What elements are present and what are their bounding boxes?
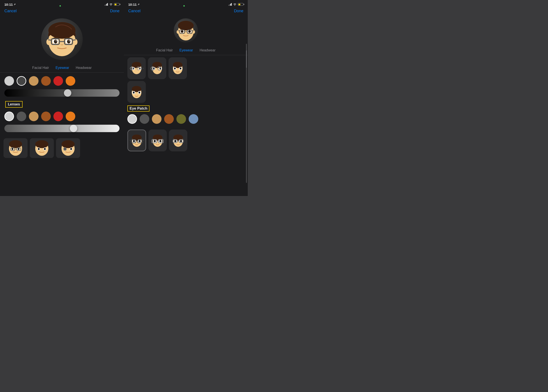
lens-color-tan[interactable] — [29, 112, 38, 121]
tab-facial-hair-right[interactable]: Facial Hair — [156, 48, 173, 52]
frame-color-row — [3, 76, 120, 86]
tab-facial-hair-left[interactable]: Facial Hair — [32, 66, 49, 70]
lenses-section: Lenses — [3, 99, 120, 112]
patch-color-brown[interactable] — [164, 114, 174, 124]
tab-headwear-right[interactable]: Headwear — [199, 48, 216, 52]
cancel-button-left[interactable]: Cancel — [4, 9, 17, 13]
svg-point-19 — [12, 148, 13, 150]
eyewear-row-2 — [124, 80, 248, 105]
eyewear-preview-round-thick — [148, 61, 166, 76]
avatar-circle-left — [41, 18, 83, 60]
eye-patch-preview-2 — [149, 133, 166, 148]
preview-avatar-3 — [59, 139, 77, 157]
patch-color-white[interactable] — [127, 114, 137, 124]
avatar-circle-right — [174, 18, 198, 42]
done-button-right[interactable]: Done — [234, 9, 243, 13]
svg-point-80 — [133, 140, 135, 142]
patch-color-olive[interactable] — [176, 114, 186, 124]
svg-point-96 — [174, 140, 176, 142]
memoji-avatar-right — [175, 20, 197, 41]
patch-color-steel-blue[interactable] — [189, 114, 198, 124]
eyewear-preview-round-thin — [128, 61, 145, 76]
category-tabs-left: Facial Hair Eyewear Headwear — [0, 63, 124, 73]
cancel-button-right[interactable]: Cancel — [128, 9, 141, 13]
left-phone-panel: 10:11 ↗ Cancel Done — [0, 0, 124, 196]
patch-color-tan[interactable] — [152, 114, 162, 124]
battery-left — [114, 3, 120, 6]
status-icons-left — [105, 3, 120, 6]
frame-color-brown[interactable] — [41, 76, 51, 86]
svg-point-27 — [38, 148, 40, 150]
frame-color-tan[interactable] — [29, 76, 38, 86]
lens-color-darkgray[interactable] — [17, 112, 26, 121]
frame-slider-thumb[interactable] — [64, 89, 71, 97]
eyewear-empty-slot-2 — [171, 81, 192, 103]
svg-point-20 — [18, 148, 20, 150]
wifi-icon-right — [233, 3, 237, 6]
tab-eyewear-right[interactable]: Eyewear — [179, 48, 193, 52]
lens-color-orange[interactable] — [66, 112, 75, 121]
lens-color-brown[interactable] — [41, 112, 51, 121]
eye-patch-style-1[interactable] — [127, 129, 146, 151]
svg-point-30 — [62, 140, 75, 148]
frame-slider-row — [3, 88, 120, 99]
svg-point-28 — [44, 148, 46, 150]
lens-slider-track[interactable] — [4, 125, 120, 132]
svg-point-74 — [133, 92, 135, 94]
preview-item-1[interactable] — [3, 138, 28, 158]
memoji-avatar-left — [43, 21, 80, 58]
bottom-previews-left — [0, 137, 124, 160]
lens-color-red[interactable] — [53, 112, 63, 121]
eyewear-round-thick[interactable] — [148, 57, 166, 79]
preview-item-2[interactable] — [30, 138, 54, 158]
eye-patch-label: Eye Patch — [127, 105, 149, 112]
frame-color-orange[interactable] — [66, 76, 75, 86]
category-tabs-right: Facial Hair Eyewear Headwear — [124, 46, 248, 55]
eye-patch-preview-3 — [169, 133, 187, 148]
frame-color-darkgray[interactable] — [17, 76, 26, 86]
tab-headwear-left[interactable]: Headwear — [76, 66, 92, 70]
scrollbar-thumb-right[interactable] — [246, 50, 247, 68]
battery-right — [238, 3, 243, 6]
done-button-left[interactable]: Done — [110, 9, 120, 13]
direction-icon-right: ↗ — [137, 3, 139, 6]
svg-point-24 — [35, 140, 48, 148]
frame-slider-track[interactable] — [4, 89, 120, 97]
svg-point-11 — [56, 41, 57, 41]
avatar-area-right — [124, 15, 248, 46]
lens-slider-thumb[interactable] — [70, 125, 77, 132]
svg-point-88 — [154, 140, 156, 142]
direction-icon-left: ↗ — [14, 3, 15, 6]
eye-patch-section: Eye Patch — [124, 105, 248, 113]
wifi-icon-left — [109, 3, 113, 6]
svg-point-69 — [180, 68, 181, 70]
preview-avatar-1 — [7, 139, 24, 157]
nav-bar-right: Cancel Done — [124, 8, 248, 15]
eye-patch-style-row — [124, 127, 248, 154]
eyewear-empty-slot — [148, 81, 169, 103]
frame-color-white[interactable] — [4, 76, 14, 86]
svg-point-68 — [174, 68, 176, 70]
svg-point-81 — [139, 140, 141, 142]
signal-dot-right — [183, 5, 185, 7]
svg-point-75 — [139, 92, 140, 94]
patch-color-darkgray[interactable] — [140, 114, 149, 124]
svg-point-37 — [178, 21, 194, 30]
status-icons-right — [228, 3, 243, 6]
eyewear-round-thin[interactable] — [127, 57, 146, 79]
svg-point-16 — [9, 140, 22, 148]
status-bar-right: 10:11 ↗ — [124, 0, 248, 8]
eye-patch-style-3[interactable] — [169, 129, 187, 151]
lens-color-white[interactable] — [4, 112, 14, 121]
scrollbar-track-right — [246, 44, 247, 183]
preview-item-3[interactable] — [56, 138, 80, 158]
svg-point-35 — [63, 147, 67, 151]
eyewear-none[interactable] — [169, 57, 187, 79]
eye-patch-style-2[interactable] — [148, 129, 167, 151]
eyewear-row-1 — [124, 55, 248, 80]
options-area-left: Lenses — [0, 73, 124, 137]
tab-eyewear-left[interactable]: Eyewear — [56, 66, 69, 70]
svg-point-34 — [70, 148, 72, 150]
eyewear-no-glasses-2[interactable] — [127, 81, 146, 103]
frame-color-red[interactable] — [53, 76, 63, 86]
